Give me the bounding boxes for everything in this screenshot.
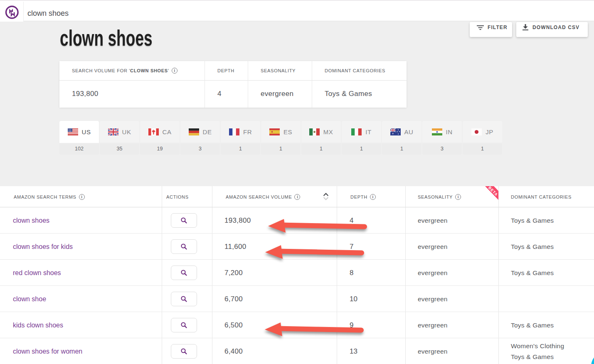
svg-text:BETA: BETA [488,186,498,197]
